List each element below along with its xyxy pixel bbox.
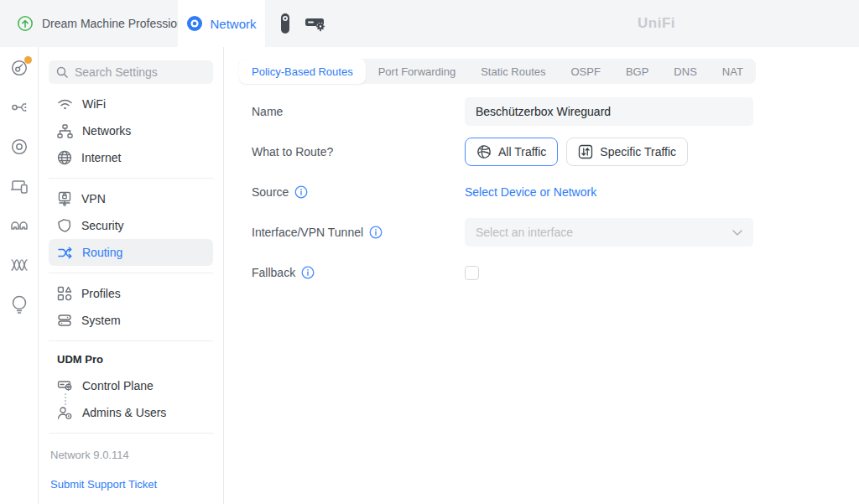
- arrows-updown-icon: [578, 144, 593, 159]
- all-traffic-button[interactable]: All Traffic: [465, 138, 558, 166]
- sidebar-item-vpn[interactable]: VPN: [49, 185, 213, 212]
- info-icon[interactable]: [301, 266, 315, 279]
- sidebar-item-internet[interactable]: Internet: [49, 144, 213, 171]
- sidebar-item-label: Security: [81, 219, 124, 232]
- name-input[interactable]: [465, 97, 753, 126]
- all-traffic-label: All Traffic: [498, 145, 546, 158]
- topbar: Dream Machine Professional Network: [0, 0, 859, 47]
- specific-traffic-button[interactable]: Specific Traffic: [566, 138, 688, 166]
- topology-icon[interactable]: [9, 98, 29, 117]
- tab-network-app[interactable]: Network: [178, 0, 265, 47]
- console-name: Dream Machine Professional: [42, 17, 193, 30]
- tab-static-routes[interactable]: Static Routes: [468, 59, 558, 84]
- submit-support-ticket-link[interactable]: Submit Support Ticket: [49, 478, 213, 491]
- network-app-label: Network: [210, 17, 256, 31]
- fallback-row: Fallback: [252, 258, 859, 287]
- sidebar-item-system[interactable]: System: [49, 307, 213, 334]
- main-content: Policy-Based Routes Port Forwarding Stat…: [224, 47, 859, 504]
- specific-traffic-label: Specific Traffic: [600, 145, 676, 158]
- select-device-or-network-link[interactable]: Select Device or Network: [465, 185, 596, 199]
- interface-label: Interface/VPN Tunnel: [252, 226, 465, 239]
- sidebar-item-label: Profiles: [81, 287, 121, 300]
- sidebar-item-wifi[interactable]: WiFi: [49, 91, 213, 117]
- sidebar-item-label: WiFi: [82, 97, 106, 111]
- wifi-icon: [57, 97, 73, 111]
- sidebar-item-label: Control Plane: [82, 379, 154, 392]
- connector-dotted-line: [65, 393, 66, 405]
- console-update-icon: [17, 15, 34, 32]
- tab-ospf[interactable]: OSPF: [558, 59, 612, 84]
- sidebar-item-security[interactable]: Security: [49, 212, 213, 239]
- console-settings-icon[interactable]: [300, 0, 331, 47]
- dashboard-icon[interactable]: [9, 59, 29, 77]
- search-icon: [56, 66, 68, 78]
- protect-camera-icon[interactable]: [270, 0, 300, 47]
- sidebar-item-control-plane[interactable]: Control Plane: [49, 372, 213, 399]
- divider: [49, 178, 213, 179]
- shield-icon: [57, 218, 72, 233]
- clients-icon[interactable]: [9, 177, 29, 195]
- interface-row: Interface/VPN Tunnel Select an interface: [252, 218, 859, 247]
- tab-dns[interactable]: DNS: [661, 59, 709, 84]
- sidebar-item-label: VPN: [81, 192, 106, 205]
- info-icon[interactable]: [294, 185, 308, 199]
- divider: [49, 340, 213, 341]
- settings-search[interactable]: [49, 60, 213, 84]
- settings-sidebar: WiFi Networks Internet: [39, 47, 224, 504]
- policy-route-form: Name What to Route? All Traffic: [239, 97, 859, 287]
- search-input[interactable]: [75, 65, 200, 79]
- what-to-route-label: What to Route?: [252, 145, 465, 158]
- networks-icon: [57, 124, 73, 138]
- name-row: Name: [252, 97, 859, 126]
- system-icon: [57, 314, 72, 327]
- info-icon[interactable]: [369, 226, 383, 239]
- tab-bgp[interactable]: BGP: [613, 59, 661, 84]
- divider: [49, 273, 213, 273]
- fallback-checkbox[interactable]: [465, 266, 479, 280]
- admins-users-icon: [57, 406, 73, 420]
- control-plane-icon: [57, 379, 73, 392]
- unifi-logo: UniFi: [638, 0, 675, 47]
- name-label: Name: [252, 105, 465, 118]
- what-to-route-row: What to Route? All Traffic: [252, 138, 859, 166]
- ports-icon[interactable]: [9, 216, 29, 235]
- globe-icon: [476, 144, 492, 159]
- insights-icon[interactable]: [9, 256, 29, 274]
- fallback-label: Fallback: [252, 266, 465, 279]
- sidebar-item-label: Networks: [82, 124, 131, 138]
- tab-policy-based-routes[interactable]: Policy-Based Routes: [239, 59, 366, 84]
- notification-dot: [24, 56, 32, 64]
- tab-port-forwarding[interactable]: Port Forwarding: [366, 59, 468, 84]
- sidebar-item-profiles[interactable]: Profiles: [49, 280, 213, 307]
- device-section-heading: UDM Pro: [49, 348, 213, 372]
- interface-select-placeholder: Select an interface: [476, 226, 573, 239]
- chevron-down-icon: [732, 230, 742, 236]
- app-icon-rail: [0, 47, 39, 504]
- sidebar-item-admins-users[interactable]: Admins & Users: [49, 399, 213, 426]
- source-row: Source Select Device or Network: [252, 178, 859, 206]
- sidebar-item-label: System: [81, 314, 121, 327]
- bulb-icon[interactable]: [9, 295, 29, 314]
- sidebar-item-label: Internet: [81, 151, 121, 164]
- divider: [49, 433, 213, 434]
- network-version-text: Network 9.0.114: [49, 440, 213, 461]
- globe-icon: [57, 150, 72, 165]
- sidebar-item-routing[interactable]: Routing: [49, 239, 213, 266]
- sidebar-item-networks[interactable]: Networks: [49, 117, 213, 144]
- interface-select[interactable]: Select an interface: [465, 218, 753, 247]
- unifi-devices-icon[interactable]: [9, 138, 29, 156]
- routing-icon: [57, 246, 73, 260]
- vpn-icon: [57, 191, 72, 206]
- routing-tabs: Policy-Based Routes Port Forwarding Stat…: [239, 59, 756, 84]
- network-app-icon: [186, 15, 203, 32]
- source-label: Source: [252, 185, 465, 199]
- tab-nat[interactable]: NAT: [710, 59, 756, 84]
- profiles-icon: [57, 286, 72, 301]
- sidebar-item-label: Routing: [82, 246, 122, 259]
- sidebar-item-label: Admins & Users: [82, 406, 166, 419]
